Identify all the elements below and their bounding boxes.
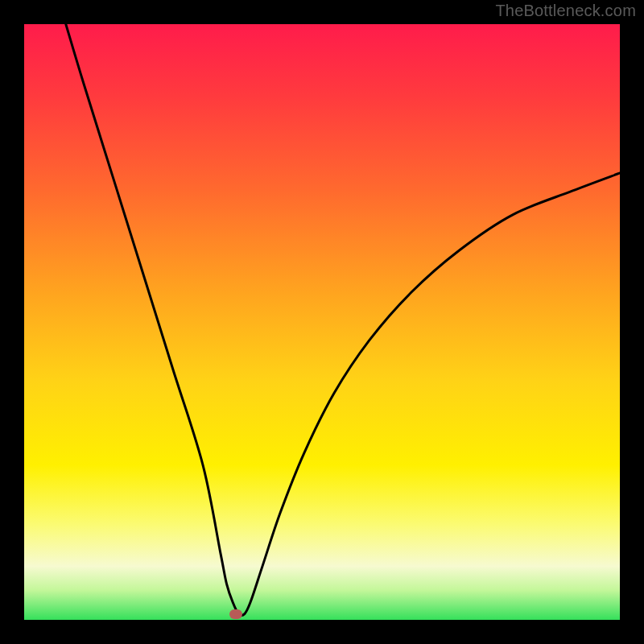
min-marker-icon	[229, 609, 242, 619]
curve-svg	[24, 24, 620, 620]
plot-area	[24, 24, 620, 620]
chart-frame: TheBottleneck.com	[0, 0, 644, 644]
watermark-text: TheBottleneck.com	[495, 2, 636, 20]
bottleneck-curve	[66, 24, 620, 615]
